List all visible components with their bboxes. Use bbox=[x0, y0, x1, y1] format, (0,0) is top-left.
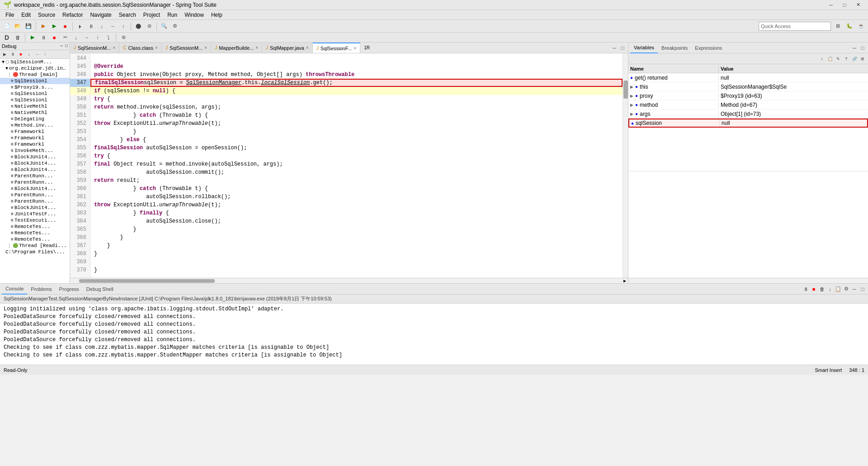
minimize-button[interactable]: ─ bbox=[825, 1, 837, 9]
sidebar-item-parentrunn-1[interactable]: ≡ ParentRunn... bbox=[0, 173, 70, 179]
tab-problems[interactable]: Problems bbox=[27, 284, 55, 295]
settings-button[interactable]: ⚙ bbox=[170, 21, 180, 31]
scrollbar-thumb[interactable] bbox=[623, 81, 628, 99]
sidebar-item-nativemeth-2[interactable]: ≡ NativeMethl bbox=[0, 109, 70, 116]
expand-icon[interactable]: ▶ bbox=[630, 112, 633, 116]
step-into-button[interactable]: ↓ bbox=[97, 21, 107, 31]
run-button[interactable]: ▶ bbox=[49, 21, 59, 31]
tab-close-icon[interactable]: × bbox=[204, 45, 207, 50]
sidebar-item-nativemeth-1[interactable]: ≡ NativeMethl bbox=[0, 103, 70, 109]
menu-help[interactable]: Help bbox=[208, 11, 226, 19]
expand-icon[interactable]: ▶ bbox=[630, 94, 633, 98]
variables-hscrollbar[interactable] bbox=[628, 278, 868, 283]
sidebar-item-blockjunit-2[interactable]: ≡ BlockJUnit4... bbox=[0, 160, 70, 166]
console-clear[interactable]: 🗑 bbox=[818, 285, 826, 293]
open-button[interactable]: 📂 bbox=[13, 21, 23, 31]
tb2-drop-to-frame[interactable]: ⤵ bbox=[104, 33, 113, 43]
scroll-right-arrow[interactable]: ▶ bbox=[623, 278, 626, 284]
menu-navigate[interactable]: Navigate bbox=[86, 11, 115, 19]
console-copy[interactable]: 📋 bbox=[835, 285, 842, 293]
sidebar-maximize-button[interactable]: □ bbox=[66, 44, 68, 48]
sidebar-tb-stepreturn[interactable]: ↑ bbox=[42, 51, 49, 58]
sidebar-item-sqlsessionl-2[interactable]: ≡ SqlSessionl bbox=[0, 90, 70, 97]
editor-tab-mapperbuilder[interactable]: J MapperBuilde... × bbox=[211, 43, 262, 53]
sidebar-minimize-button[interactable]: ─ bbox=[60, 44, 62, 48]
sidebar-item-remotetes-1[interactable]: ≡ RemoteTes... bbox=[0, 223, 70, 230]
skip-all-breakpoints-button[interactable]: ⊘ bbox=[144, 21, 154, 31]
sidebar-item-framework-3[interactable]: ≡ Frameworkl bbox=[0, 141, 70, 147]
var-row-method[interactable]: ▶ ● method Method (id=67) bbox=[628, 100, 868, 109]
menu-run[interactable]: Run bbox=[164, 11, 181, 19]
tab-expressions[interactable]: Expressions bbox=[691, 43, 726, 53]
sidebar-item-thread-read[interactable]: ⋮ 🟢 Thread [Readi... bbox=[0, 243, 70, 249]
editor-maximize-button[interactable]: □ bbox=[619, 44, 626, 52]
sidebar-item-delegating[interactable]: ≡ Delegating bbox=[0, 116, 70, 122]
editor-tab-class[interactable]: C Class.class × bbox=[119, 43, 162, 53]
sidebar-item-parentrunn-3[interactable]: ≡ ParentRunn... bbox=[0, 192, 70, 198]
perspective-button[interactable]: ⊞ bbox=[833, 21, 843, 31]
console-properties[interactable]: ⚙ bbox=[843, 285, 850, 293]
sidebar-item-blockjunit-4[interactable]: ≡ BlockJUnit4... bbox=[0, 185, 70, 192]
menu-refactor[interactable]: Refactor bbox=[59, 11, 86, 19]
var-tb-layout[interactable]: ⊞ bbox=[859, 55, 866, 62]
tb2-disconnect[interactable]: ✂ bbox=[60, 33, 70, 43]
menu-project[interactable]: Project bbox=[140, 11, 164, 19]
sidebar-item-remotetes-3[interactable]: ≡ RemoteTes... bbox=[0, 236, 70, 243]
sidebar-item-parentrunn-2[interactable]: ≡ ParentRunn... bbox=[0, 179, 70, 185]
menu-edit[interactable]: Edit bbox=[18, 11, 34, 19]
console-scroll-end[interactable]: ↓ bbox=[826, 285, 834, 293]
editor-tab-sqlmapper[interactable]: J SqlMapper.java × bbox=[262, 43, 313, 53]
new-button[interactable]: 📄 bbox=[2, 21, 12, 31]
tb2-resume[interactable]: ▶ bbox=[28, 33, 38, 43]
var-tb-collapse[interactable]: ↕ bbox=[818, 55, 826, 62]
var-tb-copy[interactable]: 📋 bbox=[826, 55, 834, 62]
var-row-args[interactable]: ▶ ● args Object[1] (id=73) bbox=[628, 109, 868, 119]
sidebar-item-proxy19[interactable]: ≡ $Proxy19.s... bbox=[0, 84, 70, 90]
tab-debug-shell[interactable]: Debug Shell bbox=[83, 284, 117, 295]
tb2-stop[interactable]: ■ bbox=[49, 33, 59, 43]
sidebar-item-remotetes-2[interactable]: ≡ RemoteTes... bbox=[0, 230, 70, 236]
tab-close-icon[interactable]: × bbox=[306, 45, 309, 50]
sidebar-tb-suspend[interactable]: ⏸ bbox=[9, 51, 16, 58]
console-maximize[interactable]: □ bbox=[859, 285, 866, 293]
tb2-suspend[interactable]: ⏸ bbox=[38, 33, 48, 43]
sidebar-item-blockjunit-3[interactable]: ≡ BlockJUnit4... bbox=[0, 166, 70, 173]
menu-file[interactable]: File bbox=[2, 11, 18, 19]
tab-variables[interactable]: Variables bbox=[630, 43, 658, 53]
sidebar-item-sqlsessionmanager[interactable]: ▼ ⬡ SqlSessionM... bbox=[0, 59, 70, 65]
sidebar-item-testexecuti[interactable]: ≡ TestExecuti... bbox=[0, 217, 70, 223]
sidebar-item-eclipse[interactable]: ▼ org.eclipse.jdt.in... bbox=[0, 65, 70, 71]
suspend-button[interactable]: ⏸ bbox=[86, 21, 96, 31]
var-tb-change-value[interactable]: ✎ bbox=[835, 55, 842, 62]
editor-tab-sqlsessionm-1[interactable]: J SqlSessionM... × bbox=[70, 43, 119, 53]
editor-scrollbar[interactable] bbox=[623, 53, 628, 278]
step-return-button[interactable]: ↑ bbox=[118, 21, 128, 31]
var-row-get-returned[interactable]: ● get() returned null bbox=[628, 73, 868, 82]
quick-access-box[interactable]: Quick Access bbox=[759, 22, 831, 31]
tb2-step-over[interactable]: → bbox=[82, 33, 92, 43]
menu-source[interactable]: Source bbox=[34, 11, 59, 19]
debug-perspective-button[interactable]: 🐛 bbox=[844, 21, 854, 31]
code-text[interactable]: @Override public Object invoke(Object pr… bbox=[90, 53, 623, 278]
sidebar-item-blockjunit-1[interactable]: ≡ BlockJUnit4... bbox=[0, 154, 70, 160]
console-collapse[interactable]: ─ bbox=[851, 285, 858, 293]
tab-close-icon[interactable]: × bbox=[255, 45, 258, 50]
sidebar-item-sqlsessionl-3[interactable]: ≡ SqlSessionl bbox=[0, 97, 70, 103]
sidebar-item-junit4testf[interactable]: ≡ JUnit4TestF... bbox=[0, 211, 70, 217]
sidebar-item-invokemeth[interactable]: ≡ InvokeMeth... bbox=[0, 147, 70, 154]
tab-console[interactable]: Console bbox=[2, 284, 27, 295]
editor-hscrollbar[interactable]: ▶ bbox=[70, 278, 628, 283]
sidebar-item-program[interactable]: C:\Program Files\... bbox=[0, 249, 70, 255]
panel-maximize-button[interactable]: □ bbox=[859, 44, 866, 52]
tab-breakpoints[interactable]: Breakpoints bbox=[658, 43, 691, 53]
editor-collapse-button[interactable]: ─ bbox=[611, 44, 618, 52]
var-row-this[interactable]: ▶ ● this SqlSessionManager$SqlSe bbox=[628, 82, 868, 91]
editor-content[interactable]: 344 345 346 347 348 349 350 351 352 353 … bbox=[70, 53, 628, 278]
tb2-step-return[interactable]: ↑ bbox=[93, 33, 103, 43]
resume-button[interactable]: ⏵ bbox=[75, 21, 85, 31]
hscrollbar-thumb[interactable] bbox=[79, 279, 215, 283]
search-button[interactable]: 🔍 bbox=[159, 21, 169, 31]
var-row-proxy[interactable]: ▶ ● proxy $Proxy19 (id=63) bbox=[628, 91, 868, 100]
sidebar-tb-resume[interactable]: ▶ bbox=[1, 51, 8, 58]
sidebar-item-parentrunn-4[interactable]: ≡ ParentRunn... bbox=[0, 198, 70, 204]
